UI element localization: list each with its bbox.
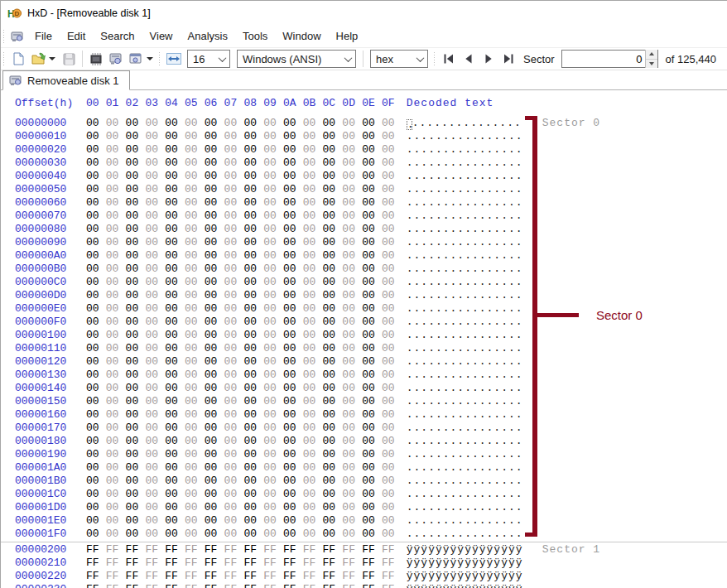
- hex-byte[interactable]: 00: [283, 170, 303, 183]
- hex-byte[interactable]: 00: [263, 117, 283, 130]
- hex-byte[interactable]: FF: [86, 583, 106, 588]
- menu-edit[interactable]: Edit: [60, 27, 93, 46]
- hex-byte[interactable]: 00: [106, 302, 126, 316]
- hex-byte[interactable]: 00: [342, 382, 362, 395]
- decoded-text[interactable]: ................: [407, 514, 524, 528]
- hex-byte[interactable]: 00: [126, 342, 146, 355]
- hex-byte[interactable]: 00: [243, 130, 263, 143]
- hex-byte[interactable]: 00: [126, 170, 146, 183]
- hex-byte[interactable]: 00: [342, 395, 362, 408]
- hex-byte[interactable]: FF: [283, 543, 303, 557]
- hex-byte[interactable]: 00: [126, 395, 146, 408]
- hex-byte[interactable]: 00: [165, 408, 185, 422]
- hex-byte[interactable]: 00: [145, 369, 165, 382]
- hex-byte[interactable]: 00: [362, 130, 382, 143]
- hex-byte[interactable]: 00: [224, 448, 244, 461]
- hex-byte[interactable]: 00: [185, 342, 205, 355]
- hex-byte[interactable]: 00: [126, 236, 146, 249]
- menu-file[interactable]: File: [27, 27, 60, 46]
- hex-byte[interactable]: FF: [323, 557, 343, 570]
- hex-byte[interactable]: 00: [106, 488, 126, 501]
- hex-byte[interactable]: 00: [145, 236, 165, 249]
- hex-byte[interactable]: 00: [303, 382, 323, 395]
- hex-byte[interactable]: 00: [86, 369, 106, 382]
- hex-byte[interactable]: 00: [362, 395, 382, 408]
- hex-byte[interactable]: 00: [382, 448, 402, 461]
- hex-byte[interactable]: 00: [145, 329, 165, 342]
- hex-byte[interactable]: 00: [263, 143, 283, 157]
- hex-byte[interactable]: 00: [362, 422, 382, 435]
- hex-byte[interactable]: 00: [342, 157, 362, 170]
- hex-byte[interactable]: 00: [205, 170, 224, 183]
- hex-byte[interactable]: 00: [205, 302, 224, 316]
- hex-byte[interactable]: 00: [224, 196, 244, 210]
- hex-byte[interactable]: 00: [323, 170, 343, 183]
- hex-byte[interactable]: 00: [243, 475, 263, 488]
- hex-byte[interactable]: 00: [382, 196, 402, 210]
- hex-byte[interactable]: 00: [185, 435, 205, 448]
- hex-byte[interactable]: 00: [224, 249, 244, 263]
- hex-byte[interactable]: 00: [382, 170, 402, 183]
- decoded-text[interactable]: ................: [407, 435, 524, 448]
- hex-byte[interactable]: 00: [362, 461, 382, 475]
- hex-byte[interactable]: 00: [106, 289, 126, 302]
- hex-byte[interactable]: 00: [145, 117, 165, 130]
- hex-byte[interactable]: 00: [86, 223, 106, 236]
- hex-byte[interactable]: 00: [205, 130, 224, 143]
- hex-byte[interactable]: 00: [224, 223, 244, 236]
- hex-byte[interactable]: 00: [86, 435, 106, 448]
- hex-byte[interactable]: 00: [126, 210, 146, 223]
- hex-byte[interactable]: 00: [362, 382, 382, 395]
- hex-byte[interactable]: 00: [382, 316, 402, 329]
- hex-byte[interactable]: 00: [362, 501, 382, 514]
- hex-byte[interactable]: 00: [323, 408, 343, 422]
- hex-byte[interactable]: 00: [283, 236, 303, 249]
- hex-byte[interactable]: 00: [165, 395, 185, 408]
- hex-byte[interactable]: 00: [185, 170, 205, 183]
- hex-row[interactable]: 000000C000000000000000000000000000000000…: [15, 276, 727, 289]
- hex-byte[interactable]: 00: [185, 329, 205, 342]
- hex-byte[interactable]: 00: [342, 276, 362, 289]
- hex-row[interactable]: 00000200FFFFFFFFFFFFFFFFFFFFFFFFFFFFFFFF…: [15, 543, 727, 557]
- hex-byte[interactable]: FF: [382, 543, 402, 557]
- hex-byte[interactable]: 00: [165, 170, 185, 183]
- decoded-text[interactable]: ................: [407, 183, 524, 196]
- decoded-text[interactable]: ................: [407, 329, 524, 342]
- hex-byte[interactable]: 00: [86, 316, 106, 329]
- bytes-per-row-button[interactable]: [164, 49, 184, 69]
- hex-byte[interactable]: 00: [323, 302, 343, 316]
- hex-byte[interactable]: 00: [342, 488, 362, 501]
- hex-byte[interactable]: 00: [86, 355, 106, 369]
- hex-byte[interactable]: 00: [185, 289, 205, 302]
- hex-byte[interactable]: 00: [145, 408, 165, 422]
- hex-byte[interactable]: 00: [185, 210, 205, 223]
- hex-byte[interactable]: 00: [283, 223, 303, 236]
- hex-byte[interactable]: 00: [185, 157, 205, 170]
- hex-byte[interactable]: 00: [362, 475, 382, 488]
- decoded-text[interactable]: ................: [407, 382, 524, 395]
- hex-byte[interactable]: 00: [205, 514, 224, 528]
- hex-byte[interactable]: 00: [342, 501, 362, 514]
- hex-byte[interactable]: 00: [106, 223, 126, 236]
- hex-byte[interactable]: 00: [185, 316, 205, 329]
- hex-byte[interactable]: 00: [106, 408, 126, 422]
- hex-byte[interactable]: 00: [382, 461, 402, 475]
- hex-byte[interactable]: 00: [362, 302, 382, 316]
- hex-byte[interactable]: 00: [362, 369, 382, 382]
- hex-byte[interactable]: 00: [382, 302, 402, 316]
- hex-byte[interactable]: FF: [382, 583, 402, 588]
- hex-byte[interactable]: FF: [362, 557, 382, 570]
- decoded-text[interactable]: ................: [407, 528, 524, 541]
- hex-byte[interactable]: 00: [145, 210, 165, 223]
- hex-byte[interactable]: 00: [224, 263, 244, 276]
- hex-byte[interactable]: 00: [362, 170, 382, 183]
- hex-byte[interactable]: 00: [342, 117, 362, 130]
- hex-byte[interactable]: FF: [145, 557, 165, 570]
- hex-byte[interactable]: 00: [224, 183, 244, 196]
- hex-byte[interactable]: 00: [205, 422, 224, 435]
- hex-byte[interactable]: 00: [145, 130, 165, 143]
- hex-byte[interactable]: 00: [303, 223, 323, 236]
- hex-byte[interactable]: 00: [185, 461, 205, 475]
- hex-byte[interactable]: 00: [342, 236, 362, 249]
- hex-byte[interactable]: 00: [205, 461, 224, 475]
